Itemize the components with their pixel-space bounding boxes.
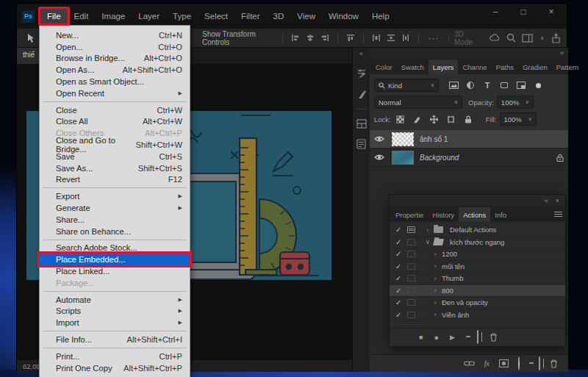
tab-color[interactable]: Color <box>371 60 397 74</box>
stop-icon[interactable]: ■ <box>419 334 423 341</box>
more-options-icon[interactable]: ··· <box>429 34 439 43</box>
tab-actions[interactable]: Actions <box>459 207 490 222</box>
panel-collapse-icon[interactable]: » <box>560 49 564 57</box>
action-row-800[interactable]: ✓›800 <box>390 285 565 298</box>
share-icon[interactable] <box>551 33 561 43</box>
cloud-sync-icon[interactable] <box>489 34 501 42</box>
menu-item-close[interactable]: CloseCtrl+W <box>40 104 190 116</box>
dialog-toggle-icon[interactable] <box>407 226 415 233</box>
action-row-vi-n-nh[interactable]: ✓›Viền ảnh <box>390 309 565 322</box>
expand-arrow-icon[interactable]: › <box>431 287 439 294</box>
expand-arrow-icon[interactable]: › <box>424 226 431 234</box>
blend-mode-select[interactable]: Normal ∨ <box>374 96 462 109</box>
menu-item-open-as-smart-object[interactable]: Open as Smart Object... <box>40 76 190 87</box>
tab-propertie[interactable]: Propertie <box>391 207 429 222</box>
menu-item-open[interactable]: Open...Ctrl+O <box>40 41 190 53</box>
menu-item-place-linked[interactable]: Place Linked... <box>40 265 190 277</box>
workspace-icon[interactable] <box>522 34 533 43</box>
minimize-button[interactable]: – <box>487 7 503 17</box>
record-icon[interactable]: ● <box>434 333 439 342</box>
menu-item-new[interactable]: New...Ctrl+N <box>40 29 190 41</box>
menu-item-export[interactable]: Export▶ <box>40 190 190 202</box>
lock-all-icon[interactable] <box>461 113 476 125</box>
align-center-icon[interactable] <box>306 34 315 42</box>
menu-item-import[interactable]: Import▶ <box>40 317 190 328</box>
lock-paint-icon[interactable] <box>410 113 425 125</box>
visibility-eye-icon[interactable] <box>374 135 384 143</box>
dialog-toggle-icon[interactable] <box>407 263 415 270</box>
menu-item-print-one-copy[interactable]: Print One CopyAlt+Shift+Ctrl+P <box>40 362 190 374</box>
panel-close-icon[interactable]: × <box>556 197 559 204</box>
lock-artboard-icon[interactable] <box>444 113 459 125</box>
visibility-eye-icon[interactable] <box>374 154 384 161</box>
menu-help[interactable]: Help <box>365 9 396 24</box>
dialog-toggle-icon[interactable] <box>407 275 415 281</box>
menu-filter[interactable]: Filter <box>234 9 267 24</box>
menu-edit[interactable]: Edit <box>68 9 96 24</box>
new-action-icon[interactable] <box>477 331 478 344</box>
menu-image[interactable]: Image <box>95 9 132 24</box>
menu-item-close-and-go-to-bridge[interactable]: Close and Go to Bridge...Shift+Ctrl+W <box>40 139 190 151</box>
layer-thumbnail-image[interactable] <box>392 151 414 165</box>
delete-action-icon[interactable] <box>490 333 498 342</box>
check-icon[interactable]: ✓ <box>395 262 407 270</box>
filter-toggle-dot[interactable] <box>531 79 545 91</box>
panel-collapse-icon[interactable]: « <box>545 197 548 204</box>
tab-channe[interactable]: Channe <box>458 60 491 74</box>
menu-file[interactable]: File <box>40 9 68 24</box>
layer-name[interactable]: Background <box>420 154 459 162</box>
workspace-caret-icon[interactable]: ∨ <box>536 35 544 41</box>
lock-transparency-icon[interactable] <box>393 113 408 125</box>
dialog-toggle-icon[interactable] <box>407 239 415 245</box>
check-icon[interactable]: ✓ <box>395 250 407 258</box>
layer-row-anh-so-1[interactable]: ảnh số 1 <box>370 130 568 148</box>
expand-arrow-icon[interactable]: › <box>431 299 439 306</box>
link-layers-icon[interactable] <box>464 360 475 367</box>
menu-type[interactable]: Type <box>166 9 198 24</box>
check-icon[interactable]: ✓ <box>395 311 407 319</box>
expand-arrow-icon[interactable]: › <box>431 262 439 270</box>
brush-settings-icon[interactable] <box>356 68 367 79</box>
action-row-en-v-opacity[interactable]: ✓›Đen và opacity <box>390 297 565 309</box>
distribute-horizontal-icon[interactable] <box>372 34 381 42</box>
shape-filter-icon[interactable] <box>497 79 512 91</box>
brushes-icon[interactable] <box>356 89 367 99</box>
adjustment-layer-icon[interactable] <box>518 357 520 370</box>
fill-input[interactable]: 100% ∨ <box>500 112 537 126</box>
play-icon[interactable]: ▶ <box>450 334 455 341</box>
action-row-thumb[interactable]: ✓›Thumb <box>390 273 565 285</box>
menu-item-print[interactable]: Print...Ctrl+P <box>40 351 190 362</box>
tab-swatch[interactable]: Swatch <box>397 60 429 74</box>
smart-object-filter-icon[interactable] <box>514 79 528 91</box>
check-icon[interactable]: ✓ <box>395 287 407 295</box>
expand-arrow-icon[interactable]: › <box>431 311 439 318</box>
layer-mask-icon[interactable] <box>499 359 509 367</box>
tab-pattern[interactable]: Pattern <box>552 60 584 74</box>
tab-gradien[interactable]: Gradien <box>518 60 552 74</box>
delete-layer-icon[interactable] <box>550 359 558 368</box>
menu-item-close-all[interactable]: Close AllAlt+Ctrl+W <box>40 116 190 128</box>
check-icon[interactable]: ✓ <box>395 298 407 306</box>
menu-item-save-as[interactable]: Save As...Shift+Ctrl+S <box>40 162 190 174</box>
menu-item-package[interactable]: Package... <box>40 277 190 289</box>
dialog-toggle-icon[interactable] <box>407 251 415 257</box>
check-icon[interactable]: ✓ <box>395 226 407 234</box>
menu-item-scripts[interactable]: Scripts▶ <box>40 306 190 317</box>
tab-history[interactable]: History <box>429 207 459 222</box>
dialog-toggle-icon[interactable] <box>407 299 415 306</box>
distribute-spacing-icon[interactable] <box>401 34 410 42</box>
notes-icon[interactable] <box>356 139 366 149</box>
new-layer-icon[interactable] <box>539 357 540 370</box>
menu-select[interactable]: Select <box>198 9 234 24</box>
action-row-m-i-t-n[interactable]: ✓›mũi tên <box>390 261 565 273</box>
lock-move-icon[interactable] <box>427 113 442 125</box>
menu-window[interactable]: Window <box>322 9 365 24</box>
check-icon[interactable]: ✓ <box>395 238 407 246</box>
menu-item-browse-in-bridge[interactable]: Browse in Bridge...Alt+Ctrl+O <box>40 53 190 65</box>
layer-row-background[interactable]: Background <box>370 148 568 167</box>
show-transform-controls-label[interactable]: Show Transform Controls <box>202 30 277 46</box>
tab-paths[interactable]: Paths <box>492 60 518 74</box>
expand-arrow-icon[interactable]: › <box>431 251 439 258</box>
action-row-1200[interactable]: ✓›1200 <box>390 248 565 261</box>
align-right-icon[interactable] <box>320 34 329 42</box>
